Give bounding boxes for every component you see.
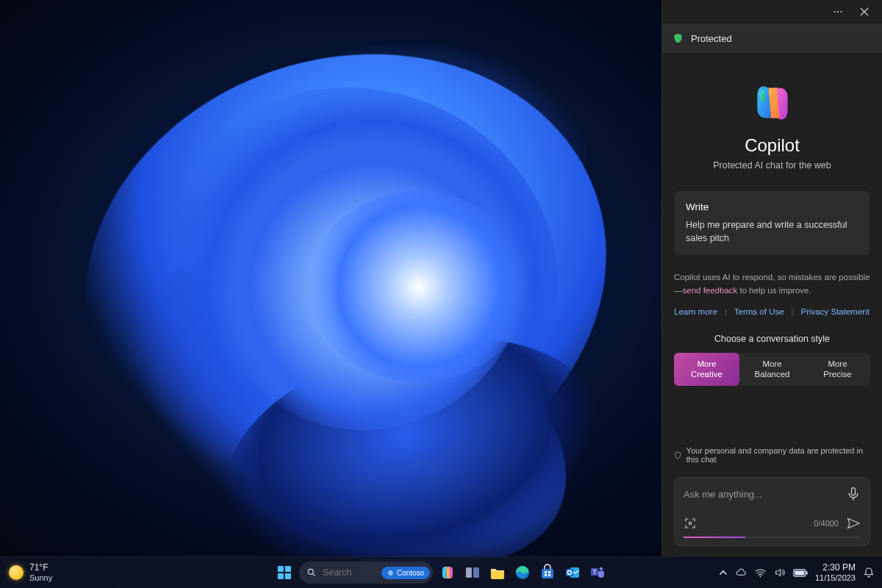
clock-date: 11/15/2023	[815, 573, 856, 583]
svg-point-20	[760, 576, 761, 577]
taskbar-search-input[interactable]	[323, 567, 376, 578]
suggestion-card[interactable]: Write Help me prepare and write a succes…	[674, 191, 870, 255]
copilot-title: Copilot	[745, 135, 800, 156]
clock-time: 2:30 PM	[815, 563, 856, 573]
taskbar-explorer-button[interactable]	[487, 562, 508, 583]
copilot-titlebar	[662, 0, 882, 24]
data-protection-note: Your personal and company data are prote…	[674, 437, 870, 464]
microphone-icon[interactable]	[846, 487, 861, 501]
send-feedback-link[interactable]: send feedback	[683, 286, 738, 295]
conversation-style-heading: Choose a conversation style	[714, 334, 830, 344]
style-label-bottom: Creative	[677, 369, 736, 379]
onedrive-icon[interactable]	[735, 567, 747, 578]
svg-rect-11	[548, 571, 551, 573]
link-separator: |	[792, 307, 794, 316]
style-precise[interactable]: More Precise	[805, 353, 870, 386]
store-icon	[539, 564, 556, 581]
style-label-top: More	[808, 359, 867, 369]
svg-rect-6	[466, 567, 472, 578]
send-icon[interactable]	[846, 516, 861, 531]
taskbar-teams-button[interactable]: T	[587, 562, 608, 583]
chat-input-box[interactable]: 0/4000	[674, 477, 870, 546]
svg-rect-23	[806, 571, 808, 575]
input-accent-bar	[684, 537, 861, 538]
style-balanced[interactable]: More Balanced	[739, 353, 805, 386]
taskbar-center: Contoso	[274, 562, 608, 584]
taskbar-edge-button[interactable]	[512, 562, 533, 583]
taskbar-store-button[interactable]	[537, 562, 558, 583]
copilot-panel: Protected Copilot Protected AI chat for …	[662, 0, 882, 556]
style-label-bottom: Balanced	[742, 369, 802, 379]
system-tray[interactable]	[735, 567, 808, 579]
edge-icon	[514, 564, 531, 581]
weather-temp: 71°F	[29, 563, 52, 573]
shield-outline-icon	[674, 451, 682, 460]
disclaimer-text: Copilot uses AI to respond, so mistakes …	[674, 271, 870, 297]
style-label-bottom: Precise	[808, 369, 867, 379]
protected-label: Protected	[691, 33, 732, 44]
style-label-top: More	[677, 359, 736, 369]
svg-point-19	[600, 567, 603, 571]
org-badge[interactable]: Contoso	[381, 567, 430, 579]
image-search-icon[interactable]	[684, 517, 697, 530]
tray-overflow-button[interactable]	[719, 568, 728, 577]
svg-rect-10	[545, 571, 547, 573]
battery-icon[interactable]	[793, 568, 808, 578]
shield-icon	[673, 32, 684, 44]
link-separator: |	[725, 307, 727, 316]
outlook-icon	[564, 564, 581, 581]
volume-icon[interactable]	[774, 567, 786, 578]
start-button[interactable]	[274, 562, 295, 583]
copilot-body: Copilot Protected AI chat for the web Wr…	[662, 53, 882, 470]
svg-point-0	[834, 11, 836, 12]
folder-icon	[489, 564, 506, 581]
taskbar-search[interactable]: Contoso	[299, 562, 433, 584]
protect-note-text: Your personal and company data are prote…	[686, 446, 870, 464]
search-icon	[306, 567, 317, 578]
svg-rect-7	[473, 567, 479, 578]
protected-banner: Protected	[662, 24, 882, 53]
input-area: 0/4000	[662, 470, 882, 556]
copilot-subtitle: Protected AI chat for the web	[713, 160, 831, 171]
more-options-button[interactable]	[828, 1, 848, 22]
org-badge-text: Contoso	[397, 569, 424, 577]
close-button[interactable]	[854, 1, 875, 22]
style-label-top: More	[742, 359, 802, 369]
taskbar: 71°F Sunny Contoso	[0, 556, 882, 588]
svg-point-2	[840, 11, 842, 12]
wifi-icon[interactable]	[754, 567, 767, 579]
learn-more-link[interactable]: Learn more	[674, 307, 717, 316]
style-creative[interactable]: More Creative	[674, 353, 739, 386]
svg-rect-12	[545, 574, 547, 576]
suggestion-title: Write	[686, 201, 858, 212]
svg-point-4	[308, 569, 313, 574]
weather-text: 71°F Sunny	[29, 563, 52, 581]
taskbar-copilot-button[interactable]	[437, 562, 458, 583]
taskbar-right: 2:30 PM 11/15/2023	[719, 563, 882, 582]
conversation-style-picker: More Creative More Balanced More Precise	[674, 353, 870, 386]
windows-logo-icon	[278, 566, 291, 579]
svg-rect-22	[795, 570, 804, 575]
svg-point-3	[689, 522, 691, 524]
sun-icon	[9, 565, 24, 580]
notifications-button[interactable]	[863, 567, 875, 578]
close-icon	[860, 7, 869, 16]
svg-rect-9	[542, 569, 553, 578]
footer-links: Learn more | Terms of Use | Privacy Stat…	[674, 307, 870, 316]
weather-condition: Sunny	[29, 573, 52, 582]
teams-icon: T	[589, 564, 606, 581]
org-icon	[387, 570, 394, 576]
weather-widget[interactable]: 71°F Sunny	[0, 563, 52, 581]
svg-point-1	[837, 11, 839, 12]
taskbar-outlook-button[interactable]	[562, 562, 583, 583]
suggestion-text: Help me prepare and write a successful s…	[686, 218, 858, 245]
task-view-icon	[464, 564, 481, 581]
desktop[interactable]: Protected Copilot Protected AI chat for …	[0, 0, 882, 588]
terms-link[interactable]: Terms of Use	[734, 307, 784, 316]
taskbar-clock[interactable]: 2:30 PM 11/15/2023	[815, 563, 856, 582]
svg-rect-15	[566, 569, 573, 576]
taskbar-taskview-button[interactable]	[462, 562, 483, 583]
privacy-link[interactable]: Privacy Statement	[801, 307, 870, 316]
svg-rect-13	[548, 574, 551, 576]
chat-input[interactable]	[684, 489, 846, 500]
